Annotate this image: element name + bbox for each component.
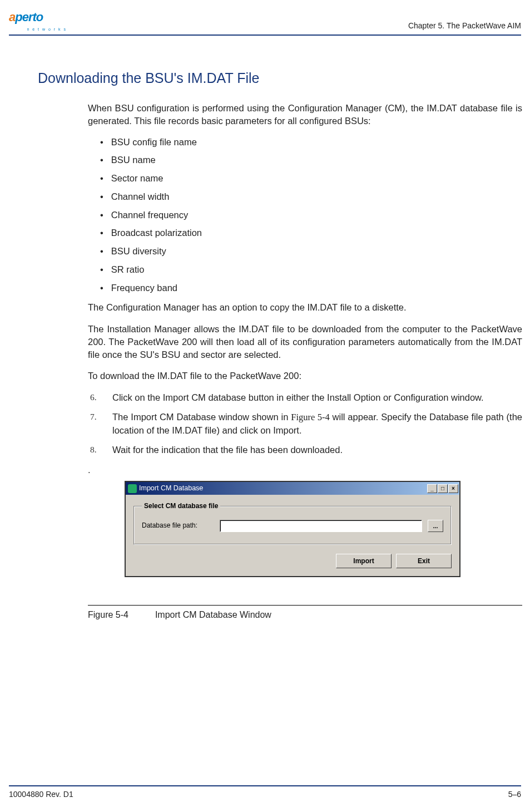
group-legend: Select CM database file — [142, 501, 220, 511]
step-text: Click on the Import CM database button i… — [112, 391, 522, 404]
browse-button[interactable]: ... — [428, 520, 443, 532]
chapter-label: Chapter 5. The PacketWave AIM — [408, 21, 521, 30]
minimize-button[interactable]: _ — [427, 484, 437, 493]
dialog-icon — [128, 484, 137, 493]
list-item: SR ratio — [100, 260, 522, 279]
list-item: Channel frequency — [100, 206, 522, 224]
dialog-title-text: Import CM Database — [139, 484, 203, 493]
close-button[interactable]: × — [448, 484, 458, 493]
logo-subtext: n e t w o r k s — [27, 27, 67, 31]
install-manager-paragraph: The Installation Manager allows the IM.D… — [88, 323, 522, 361]
step-text: Wait for the indication that the file ha… — [112, 444, 522, 456]
list-item: Broadcast polarization — [100, 224, 522, 242]
list-item: BSU diversity — [100, 242, 522, 260]
page-number: 5–6 — [508, 790, 521, 799]
step-7: 7. The Import CM Database window shown i… — [90, 407, 522, 440]
brand-logo: aperto n e t w o r k s — [9, 10, 67, 30]
doc-revision: 10004880 Rev. D1 — [9, 790, 73, 799]
import-cm-database-dialog: Import CM Database _ □ × Select CM datab… — [125, 481, 460, 577]
step-8: 8. Wait for the indication that the file… — [90, 440, 522, 460]
list-item: Frequency band — [100, 279, 522, 297]
list-item: Channel width — [100, 188, 522, 206]
import-button[interactable]: Import — [336, 554, 392, 568]
step-number: 8. — [90, 444, 112, 456]
figure-crossref: Figure 5-4 — [291, 412, 330, 422]
list-item: BSU name — [100, 151, 522, 169]
step-number: 7. — [90, 411, 112, 437]
download-steps-intro: To download the IM.DAT file to the Packe… — [88, 370, 522, 382]
exit-button[interactable]: Exit — [396, 554, 452, 568]
step-number: 6. — [90, 391, 112, 404]
step-text: The Import CM Database window shown in F… — [112, 411, 522, 437]
dialog-titlebar: Import CM Database _ □ × — [126, 482, 459, 495]
bsu-param-list: BSU config file name BSU name Sector nam… — [88, 133, 522, 297]
intro-paragraph: When BSU configuration is performed usin… — [88, 102, 522, 127]
footer-rule — [9, 785, 521, 786]
maximize-button[interactable]: □ — [438, 484, 448, 493]
copy-diskette-paragraph: The Configuration Manager has an option … — [88, 301, 522, 314]
step-6: 6. Click on the Import CM database butto… — [90, 388, 522, 407]
database-file-path-input[interactable] — [220, 520, 422, 532]
figure-caption: Figure 5-4 Import CM Database Window — [88, 609, 522, 621]
database-file-path-label: Database file path: — [142, 521, 214, 530]
select-cm-database-group: Select CM database file Database file pa… — [133, 501, 452, 545]
figure-rule — [88, 605, 522, 606]
download-steps: 6. Click on the Import CM database butto… — [88, 388, 522, 459]
stray-period: . — [88, 464, 522, 476]
figure-5-4-image: Import CM Database _ □ × Select CM datab… — [125, 481, 460, 577]
list-item: Sector name — [100, 169, 522, 188]
figure-number: Figure 5-4 — [88, 609, 128, 621]
section-heading: Downloading the BSU's IM.DAT File — [38, 70, 522, 86]
figure-title: Import CM Database Window — [155, 609, 271, 621]
list-item: BSU config file name — [100, 133, 522, 151]
